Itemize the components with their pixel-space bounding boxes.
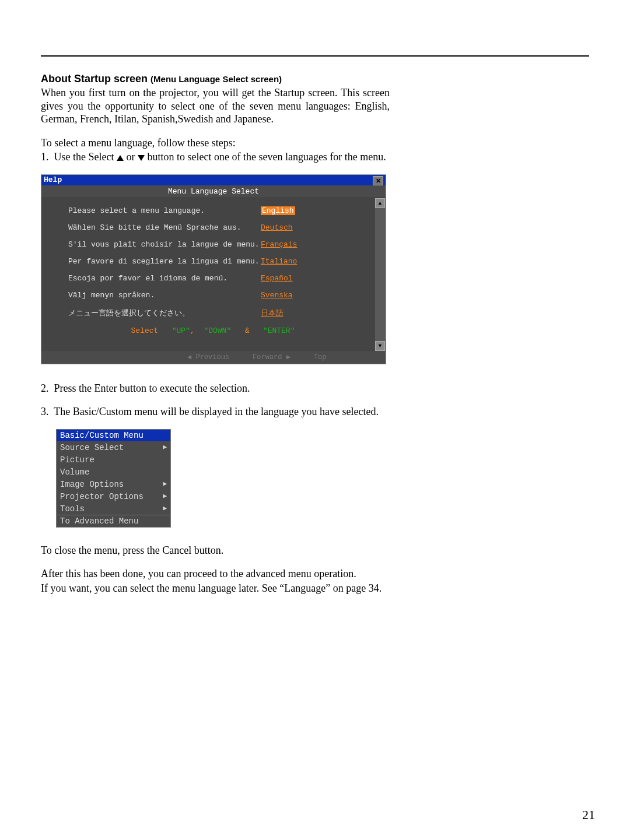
osd-row: S'il vous plaît choisir la langue de men…: [68, 240, 358, 249]
osd-prompt: S'il vous plaît choisir la langue de men…: [68, 240, 261, 249]
step1-suffix: button to select one of the seven langua…: [145, 151, 386, 163]
step-3: 3. The Basic/Custom menu will be display…: [41, 405, 390, 419]
bc-item-label: Projector Options: [60, 492, 144, 501]
bc-item-label: To Advanced Menu: [60, 516, 138, 526]
osd-footer: ◀ Previous Forward ▶ Top: [41, 351, 386, 364]
step-1: 1. Use the Select or button to select on…: [41, 150, 390, 164]
osd-prompt: Please select a menu language.: [68, 206, 261, 215]
osd-title: Help: [44, 175, 62, 185]
osd-language-option[interactable]: Español: [261, 274, 293, 283]
bc-menu-item[interactable]: Source Select ▶: [57, 441, 170, 454]
basic-custom-menu: Basic/Custom Menu Source Select ▶ Pictur…: [56, 429, 171, 528]
step1-prefix: 1. Use the Select: [41, 151, 117, 163]
osd-help-window: Help ✕ Menu Language Select ▲ ▼ Please s…: [41, 174, 386, 364]
osd-prompt: Välj menyn språken.: [68, 291, 261, 300]
osd-subtitle: Menu Language Select: [41, 185, 386, 198]
close-paragraph: To close the menu, press the Cancel butt…: [41, 544, 390, 557]
heading-sub: (Menu Language Select screen): [150, 74, 282, 84]
osd-row: Per favore di scegliere la lingua di men…: [68, 257, 358, 266]
page-number: 21: [582, 807, 595, 823]
bc-menu-item[interactable]: Volume: [57, 466, 170, 478]
triangle-up-icon: [117, 155, 124, 161]
chevron-right-icon: ▶: [163, 504, 167, 514]
chevron-right-icon: ▶: [163, 480, 167, 489]
osd-previous[interactable]: ◀ Previous: [187, 351, 229, 364]
after-paragraph-1: After this has been done, you can procee…: [41, 567, 390, 581]
section-heading: About Startup screen (Menu Language Sele…: [41, 73, 390, 85]
osd-top[interactable]: Top: [314, 351, 327, 364]
step-2: 2. Press the Enter button to execute the…: [41, 382, 390, 395]
bc-menu-item[interactable]: Projector Options ▶: [57, 490, 170, 502]
osd-hint-down: "DOWN": [204, 326, 231, 335]
heading-main: About Startup screen: [41, 73, 148, 85]
bc-menu-item[interactable]: Image Options ▶: [57, 478, 170, 490]
osd-language-option[interactable]: Italiano: [261, 257, 297, 266]
bc-item-label: Picture: [60, 455, 94, 465]
bc-menu-item[interactable]: To Advanced Menu: [57, 515, 170, 527]
osd-hint-comma: ,: [190, 326, 195, 335]
bc-item-label: Source Select: [60, 443, 124, 452]
osd-row: Wählen Sie bitte die Menü Sprache aus. D…: [68, 223, 358, 232]
top-rule: [41, 55, 589, 57]
steps-lead: To select a menu language, follow these …: [41, 136, 390, 150]
osd-hint-enter: "ENTER": [263, 326, 295, 335]
bc-item-label: Image Options: [60, 480, 124, 489]
osd-language-option[interactable]: English: [261, 206, 295, 215]
osd-language-option[interactable]: Deutsch: [261, 223, 293, 232]
osd-row: Please select a menu language. English: [68, 206, 358, 215]
bc-item-label: Tools: [60, 504, 85, 514]
chevron-right-icon: ▶: [163, 492, 167, 501]
close-icon[interactable]: ✕: [373, 176, 383, 185]
osd-language-option[interactable]: Français: [261, 240, 297, 249]
osd-prompt: Escoja por favor el idioma de menú.: [68, 274, 261, 283]
osd-prompt: メニュー言語を選択してください。: [68, 308, 261, 318]
chevron-right-icon: ▶: [163, 443, 167, 452]
osd-hint-amp: &: [245, 326, 250, 335]
bc-menu-item[interactable]: Picture: [57, 454, 170, 466]
osd-forward[interactable]: Forward ▶: [253, 351, 290, 364]
osd-prompt: Per favore di scegliere la lingua di men…: [68, 257, 261, 266]
triangle-down-icon: [138, 155, 145, 161]
osd-language-option[interactable]: 日本語: [261, 308, 284, 318]
osd-body: ▲ ▼ Please select a menu language. Engli…: [41, 198, 386, 351]
osd-hint-up: "UP": [172, 326, 190, 335]
bc-menu-title: Basic/Custom Menu: [57, 430, 170, 441]
after-paragraph-2: If you want, you can select the menu lan…: [41, 582, 390, 595]
osd-language-option[interactable]: Svenska: [261, 291, 293, 300]
scroll-up-icon[interactable]: ▲: [375, 198, 385, 208]
osd-row: Välj menyn språken. Svenska: [68, 291, 358, 300]
osd-hint: Select "UP", "DOWN" & "ENTER": [68, 326, 358, 335]
intro-paragraph: When you first turn on the projector, yo…: [41, 86, 390, 126]
bc-item-label: Volume: [60, 468, 89, 477]
osd-prompt: Wählen Sie bitte die Menü Sprache aus.: [68, 223, 261, 232]
step1-mid: or: [124, 151, 138, 163]
osd-hint-select: Select: [131, 326, 159, 335]
osd-row: メニュー言語を選択してください。 日本語: [68, 308, 358, 318]
bc-menu-item[interactable]: Tools ▶: [57, 502, 170, 515]
osd-titlebar: Help ✕: [41, 175, 386, 185]
scroll-down-icon[interactable]: ▼: [375, 341, 385, 351]
osd-row: Escoja por favor el idioma de menú. Espa…: [68, 274, 358, 283]
